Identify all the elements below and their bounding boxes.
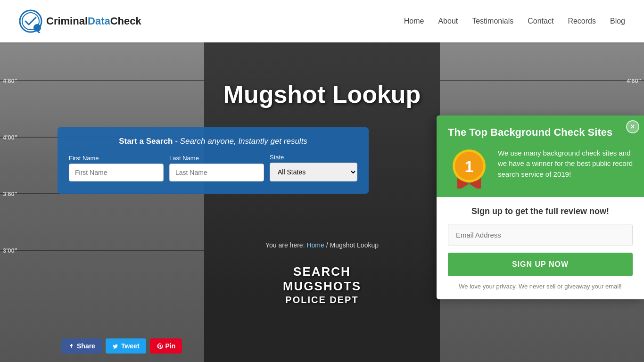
search-box: Start a Search - Search anyone, Instantl… bbox=[58, 127, 369, 194]
popup-email-input[interactable] bbox=[448, 224, 633, 246]
pinterest-icon bbox=[157, 343, 163, 349]
state-group: State All States Alabama Alaska Arizona … bbox=[270, 154, 357, 181]
popup-title: The Top Background Check Sites bbox=[448, 126, 633, 140]
breadcrumb-prefix: You are here: bbox=[265, 241, 306, 249]
pinterest-label: Pin bbox=[165, 342, 176, 350]
facebook-share-button[interactable]: Share bbox=[61, 338, 102, 354]
popup-award-text: We use many background check sites and w… bbox=[498, 146, 633, 180]
popup-body: Sign up to get the full review now! SIGN… bbox=[437, 197, 644, 299]
nav-home[interactable]: Home bbox=[404, 17, 424, 25]
svg-text:1: 1 bbox=[465, 157, 474, 175]
popup-privacy-text: We love your privacy. We never sell or g… bbox=[448, 283, 633, 290]
social-share: Share Tweet Pin bbox=[61, 338, 182, 354]
search-box-subtitle: Start a Search - Search anyone, Instantl… bbox=[69, 137, 357, 146]
nav-records[interactable]: Records bbox=[568, 17, 596, 25]
last-name-group: Last Name bbox=[169, 155, 264, 181]
popup-header: × The Top Background Check Sites 1 We us… bbox=[437, 115, 644, 197]
state-select[interactable]: All States Alabama Alaska Arizona Califo… bbox=[270, 163, 357, 181]
first-name-label: First Name bbox=[69, 155, 164, 162]
popup-close-button[interactable]: × bbox=[626, 120, 639, 133]
twitter-label: Tweet bbox=[121, 342, 140, 350]
ruler-label-400-left: 4'00" bbox=[0, 134, 20, 141]
mugshot-sign: SEARCH MUGSHOTS POLICE DEPT bbox=[283, 264, 361, 305]
popup-award-row: 1 We use many background check sites and… bbox=[448, 146, 633, 189]
twitter-icon bbox=[112, 343, 119, 349]
nav-blog[interactable]: Blog bbox=[610, 17, 625, 25]
breadcrumb-home[interactable]: Home bbox=[306, 241, 324, 249]
main-nav: Home About Testimonials Contact Records … bbox=[404, 17, 625, 25]
first-name-group: First Name bbox=[69, 155, 164, 181]
popup-signup-title: Sign up to get the full review now! bbox=[448, 206, 633, 216]
logo-icon bbox=[19, 9, 42, 33]
last-name-input[interactable] bbox=[169, 164, 264, 181]
facebook-icon bbox=[68, 343, 74, 349]
ruler-label-360-left: 3'60" bbox=[0, 190, 20, 197]
header: CriminalDataCheck Home About Testimonial… bbox=[0, 0, 644, 42]
award-badge: 1 bbox=[448, 146, 490, 189]
nav-contact[interactable]: Contact bbox=[528, 17, 553, 25]
page-title-overlay: Mugshot Lookup bbox=[0, 80, 644, 108]
last-name-label: Last Name bbox=[169, 155, 264, 162]
logo-text: CriminalDataCheck bbox=[46, 15, 141, 27]
search-fields: First Name Last Name State All States Al… bbox=[69, 154, 357, 181]
facebook-label: Share bbox=[77, 342, 95, 350]
page-title: Mugshot Lookup bbox=[0, 80, 644, 108]
first-name-input[interactable] bbox=[69, 164, 164, 181]
award-badge-svg: 1 bbox=[448, 146, 490, 189]
state-label: State bbox=[270, 154, 357, 161]
breadcrumb-current: Mugshot Lookup bbox=[330, 241, 379, 249]
nav-about[interactable]: About bbox=[438, 17, 458, 25]
popup: × The Top Background Check Sites 1 We us… bbox=[437, 115, 644, 299]
logo[interactable]: CriminalDataCheck bbox=[19, 9, 141, 33]
popup-signup-button[interactable]: SIGN UP NOW bbox=[448, 253, 633, 276]
twitter-share-button[interactable]: Tweet bbox=[106, 338, 146, 354]
nav-testimonials[interactable]: Testimonials bbox=[472, 17, 513, 25]
pinterest-share-button[interactable]: Pin bbox=[150, 338, 182, 354]
